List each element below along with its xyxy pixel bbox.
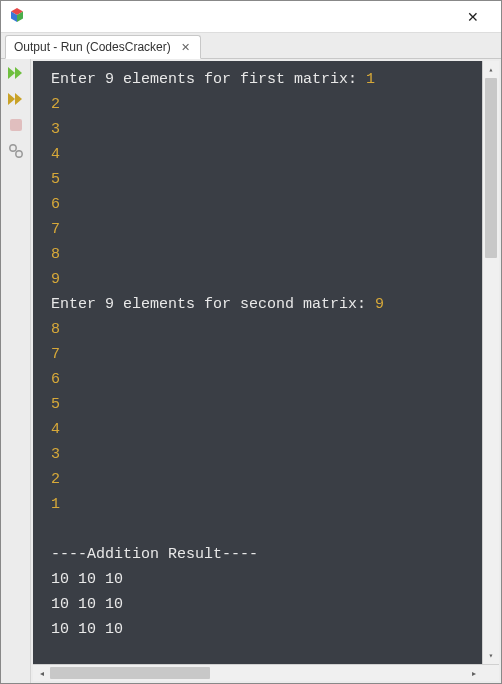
result-header: ----Addition Result---- <box>51 546 258 563</box>
input-value: 2 <box>51 96 60 113</box>
input-value: 3 <box>51 121 60 138</box>
scroll-up-arrow-icon[interactable]: ▴ <box>483 61 499 78</box>
body-area: Enter 9 elements for first matrix: 1 2 3… <box>1 59 501 683</box>
horizontal-scroll-row: ◂ ▸ <box>33 664 499 681</box>
input-value: 1 <box>51 496 60 513</box>
input-value: 2 <box>51 471 60 488</box>
window-close-button[interactable]: ✕ <box>453 3 493 31</box>
svg-rect-7 <box>10 119 22 131</box>
input-value: 3 <box>51 446 60 463</box>
tab-close-icon[interactable]: ✕ <box>179 41 192 54</box>
input-value: 6 <box>51 196 60 213</box>
svg-marker-6 <box>15 93 22 105</box>
input-value: 4 <box>51 421 60 438</box>
input-value: 5 <box>51 396 60 413</box>
svg-marker-4 <box>15 67 22 79</box>
svg-point-9 <box>15 151 21 157</box>
input-value: 9 <box>51 271 60 288</box>
console-output[interactable]: Enter 9 elements for first matrix: 1 2 3… <box>33 61 499 664</box>
settings-button[interactable] <box>5 141 27 161</box>
side-toolbar <box>1 59 31 683</box>
vertical-scrollbar[interactable]: ▴ ▾ <box>482 61 499 664</box>
prompt-first-matrix: Enter 9 elements for first matrix: <box>51 71 366 88</box>
scroll-left-arrow-icon[interactable]: ◂ <box>33 665 50 681</box>
input-value: 1 <box>366 71 375 88</box>
result-row: 10 10 10 <box>51 596 123 613</box>
input-value: 7 <box>51 346 60 363</box>
tab-label: Output - Run (CodesCracker) <box>14 40 171 54</box>
scroll-right-arrow-icon[interactable]: ▸ <box>465 665 482 681</box>
svg-point-8 <box>9 145 15 151</box>
horizontal-scrollbar[interactable]: ◂ ▸ <box>33 665 499 681</box>
input-value: 5 <box>51 171 60 188</box>
input-value: 7 <box>51 221 60 238</box>
app-logo <box>9 7 25 26</box>
stop-button[interactable] <box>5 115 27 135</box>
result-row: 10 10 10 <box>51 571 123 588</box>
input-value: 6 <box>51 371 60 388</box>
run-button[interactable] <box>5 63 27 83</box>
tab-output-run[interactable]: Output - Run (CodesCracker) ✕ <box>5 35 201 59</box>
prompt-second-matrix: Enter 9 elements for second matrix: <box>51 296 375 313</box>
tab-bar: Output - Run (CodesCracker) ✕ <box>1 33 501 59</box>
svg-marker-5 <box>8 93 15 105</box>
console-wrap: Enter 9 elements for first matrix: 1 2 3… <box>31 59 501 683</box>
input-value: 8 <box>51 246 60 263</box>
scroll-down-arrow-icon[interactable]: ▾ <box>483 647 499 664</box>
input-value: 8 <box>51 321 60 338</box>
rerun-button[interactable] <box>5 89 27 109</box>
svg-marker-3 <box>8 67 15 79</box>
input-value: 9 <box>375 296 384 313</box>
input-value: 4 <box>51 146 60 163</box>
scroll-thumb[interactable] <box>485 78 497 258</box>
result-row: 10 10 10 <box>51 621 123 638</box>
scroll-corner <box>482 665 499 681</box>
scroll-thumb[interactable] <box>50 667 210 679</box>
titlebar: ✕ <box>1 1 501 33</box>
